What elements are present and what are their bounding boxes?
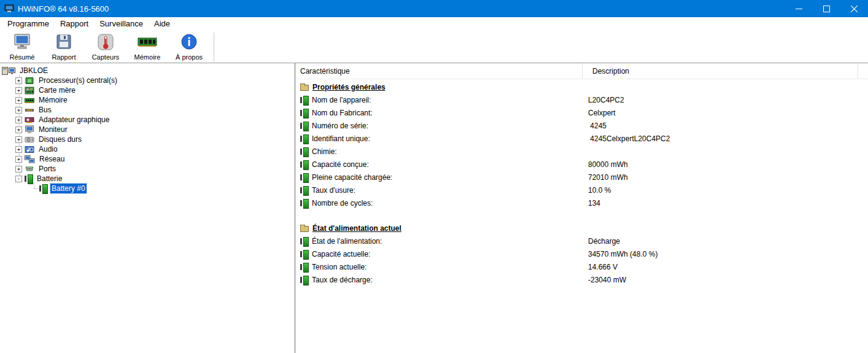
detail-value: 80000 mWh (583, 160, 868, 169)
detail-row-pleine-capacite[interactable]: Pleine capacité chargée: 72010 mWh (295, 171, 868, 184)
memory-module-icon (138, 33, 157, 53)
detail-label: Nombre de cycles: (312, 199, 373, 208)
detail-label: Capacité actuelle: (312, 250, 370, 258)
toolbar-resume-button[interactable]: Résumé (1, 32, 43, 61)
toolbar-capteurs-button[interactable]: Capteurs (85, 32, 126, 61)
expander-icon[interactable]: + (15, 77, 22, 84)
detail-value: 134 (583, 199, 868, 208)
battery-icon (300, 147, 308, 156)
tree-item-root[interactable]: JBKLOE (0, 66, 295, 76)
detail-label: Nom de l'appareil: (312, 96, 371, 104)
detail-row-nom-appareil[interactable]: Nom de l'appareil: L20C4PC2 (295, 93, 868, 106)
report-floppy-icon (55, 33, 73, 53)
detail-row-taux-decharge[interactable]: Taux de décharge: -23040 mW (295, 273, 868, 286)
detail-value: 10.0 % (583, 186, 868, 195)
tree-label: Audio (37, 144, 59, 154)
expander-icon[interactable]: + (15, 136, 22, 143)
column-header-rest (858, 63, 868, 79)
expander-icon[interactable]: + (15, 166, 22, 173)
detail-label: Chimie: (312, 147, 337, 156)
toolbar-rapport-button[interactable]: Rapport (43, 32, 85, 61)
detail-row-chimie[interactable]: Chimie: (295, 145, 868, 158)
toolbar-apropos-button[interactable]: À propos (168, 32, 210, 61)
expander-icon[interactable]: + (15, 87, 22, 94)
menu-programme[interactable]: Programme (2, 17, 55, 30)
detail-row-numero-serie[interactable]: Numéro de série: 4245 (295, 119, 868, 132)
detail-row-capacite-concue[interactable]: Capacité conçue: 80000 mWh (295, 158, 868, 171)
detail-label: Tension actuelle: (312, 263, 366, 271)
computer-icon (2, 66, 15, 76)
battery-icon (39, 184, 47, 193)
tree-label: Batterie (36, 174, 63, 184)
tree-label: Ports (37, 164, 57, 174)
tree-item-adaptateur-graphique[interactable]: + Adaptateur graphique (0, 115, 295, 125)
tree-label-root: JBKLOE (18, 66, 49, 76)
tree-label: Réseau (38, 154, 66, 164)
detail-row-nombre-cycles[interactable]: Nombre de cycles: 134 (295, 196, 868, 209)
tree-item-moniteur[interactable]: + Moniteur (0, 125, 295, 134)
expander-icon[interactable]: + (15, 156, 22, 163)
column-header-description[interactable]: Description (583, 63, 858, 79)
tree-item-audio[interactable]: + Audio (0, 144, 295, 154)
tree-item-reseau[interactable]: + Réseau (0, 154, 295, 164)
section-header-proprietes-generales[interactable]: Propriétés générales (295, 80, 868, 93)
detail-value: 34570 mWh (48.0 %) (583, 250, 868, 258)
detail-row-identifiant-unique[interactable]: Identifiant unique: 4245CelxpertL20C4PC2 (295, 132, 868, 145)
expander-icon[interactable]: + (15, 107, 22, 114)
column-header-caracteristique[interactable]: Caractéristique (295, 63, 583, 79)
minimize-button[interactable] (785, 0, 813, 17)
menu-rapport[interactable]: Rapport (55, 17, 94, 30)
detail-value: 72010 mWh (583, 173, 868, 182)
maximize-icon (823, 6, 830, 12)
expander-icon[interactable]: - (15, 176, 22, 182)
expander-icon[interactable]: + (15, 117, 22, 123)
detail-label: État de l'alimentation: (312, 237, 382, 246)
monitor-icon (25, 125, 34, 134)
detail-row-tension-actuelle[interactable]: Tension actuelle: 14.666 V (295, 260, 868, 273)
detail-row-nom-fabricant[interactable]: Nom du Fabricant: Celxpert (295, 106, 868, 119)
detail-label: Taux d'usure: (312, 186, 355, 195)
battery-icon (300, 96, 308, 104)
menu-aide[interactable]: Aide (149, 17, 176, 30)
expander-icon[interactable]: + (15, 146, 22, 153)
tree-item-processeur[interactable]: + Processeur(s) central(s) (0, 76, 295, 85)
toolbar-memoire-label: Mémoire (134, 53, 161, 61)
tree-item-disques-durs[interactable]: + Disques durs (0, 134, 295, 144)
hwinfo-window: HWiNFO® 64 v8.16-5600 Programme Rapport … (0, 0, 868, 353)
section-title: Propriétés générales (312, 83, 386, 91)
maximize-button[interactable] (813, 0, 840, 17)
close-button[interactable] (840, 0, 868, 17)
detail-row-capacite-actuelle[interactable]: Capacité actuelle: 34570 mWh (48.0 %) (295, 247, 868, 260)
cpu-icon (25, 76, 34, 85)
tree-label: Moniteur (37, 125, 69, 134)
tree-item-batterie[interactable]: - Batterie (0, 174, 295, 184)
tree-item-memoire[interactable]: + Mémoire (0, 95, 295, 105)
window-controls (785, 0, 868, 17)
section-header-etat-alimentation[interactable]: État d'alimentation actuel (295, 222, 868, 235)
details-body: Propriétés générales Nom de l'appareil: … (295, 79, 868, 353)
audio-icon (25, 145, 34, 153)
section-title: État d'alimentation actuel (312, 224, 401, 233)
menubar: Programme Rapport Surveillance Aide (0, 17, 868, 30)
battery-icon (300, 237, 308, 246)
toolbar-memoire-button[interactable]: Mémoire (126, 32, 168, 61)
battery-icon (300, 250, 308, 258)
folder-icon (300, 226, 309, 232)
detail-row-taux-usure[interactable]: Taux d'usure: 10.0 % (295, 184, 868, 196)
tree-item-bus[interactable]: + Bus (0, 105, 295, 115)
toolbar-capteurs-label: Capteurs (92, 53, 120, 61)
minimize-icon (796, 6, 802, 12)
tree-item-ports[interactable]: + Ports (0, 164, 295, 174)
summary-monitor-icon (13, 33, 31, 53)
detail-value: 4245 (583, 122, 868, 130)
tree-label: Processeur(s) central(s) (37, 76, 118, 85)
expander-icon[interactable]: + (15, 126, 22, 133)
toolbar: Résumé Rapport Capteurs Mémoire À propos (0, 30, 868, 63)
detail-row-etat-alimentation[interactable]: État de l'alimentation: Décharge (295, 235, 868, 247)
tree-item-carte-mere[interactable]: + Carte mère (0, 85, 295, 95)
menu-surveillance[interactable]: Surveillance (94, 17, 149, 30)
battery-icon (300, 199, 308, 208)
tree-label: Bus (37, 105, 53, 115)
expander-icon[interactable]: + (15, 97, 22, 104)
tree-item-battery-0[interactable]: Battery #0 (0, 184, 295, 193)
